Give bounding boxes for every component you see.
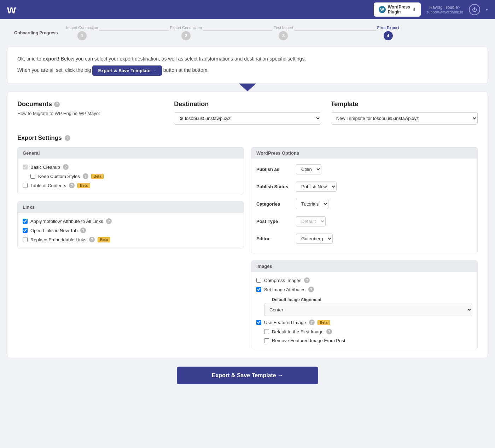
default-first-help-icon[interactable]: ? — [326, 329, 332, 334]
remove-featured-checkbox[interactable] — [264, 338, 269, 343]
image-alignment-select[interactable]: Center Left Right None — [264, 304, 472, 316]
template-select[interactable]: New Template for losobi.us5.instawp.xyz — [331, 112, 478, 125]
triangle-down-icon — [239, 84, 256, 91]
compress-images-help-icon[interactable]: ? — [304, 277, 310, 283]
set-attributes-row: Set Image Attributes ? — [256, 287, 472, 292]
image-alignment-label: Default Image Alignment — [272, 297, 472, 302]
open-new-tab-checkbox[interactable] — [23, 228, 28, 233]
image-alignment-container: Default Image Alignment Center Left Righ… — [264, 296, 472, 316]
set-attributes-label: Set Image Attributes — [264, 287, 305, 292]
links-header: Links — [18, 202, 244, 213]
featured-image-label: Use Featured Image — [264, 320, 306, 325]
keep-custom-styles-row: Keep Custom Styles ? Beta — [30, 173, 239, 179]
info-banner: Ok, time to export! Below you can select… — [7, 47, 488, 84]
step-2-circle: 2 — [181, 31, 191, 40]
template-section: Template New Template for losobi.us5.ins… — [331, 100, 478, 125]
documents-title: Documents ? — [17, 100, 164, 108]
step-line-3 — [295, 30, 376, 31]
images-header: Images — [251, 261, 477, 272]
compress-images-checkbox[interactable] — [256, 278, 261, 283]
nofollow-help-icon[interactable]: ? — [106, 218, 112, 224]
links-card: Links Apply 'nofollow' Attribute to All … — [17, 201, 244, 248]
basic-cleanup-help-icon[interactable]: ? — [63, 164, 69, 170]
table-of-contents-help-icon[interactable]: ? — [69, 183, 75, 188]
info-pre2: When you are all set, click the big — [17, 68, 92, 73]
table-of-contents-checkbox[interactable] — [23, 183, 28, 188]
export-save-inline-button[interactable]: Export & Save Template → — [92, 65, 162, 76]
export-save-template-button[interactable]: Export & Save Template → — [177, 367, 318, 384]
wordpress-options-card: WordPress Options Publish as Colin Publi… — [251, 147, 478, 253]
destination-select[interactable]: ⚙ losobi.us5.instawp.xyz — [174, 112, 321, 125]
chevron-down-icon[interactable]: ▾ — [486, 7, 488, 12]
replace-embeddable-checkbox[interactable] — [23, 237, 28, 242]
keep-custom-styles-beta: Beta — [91, 174, 104, 179]
compress-images-label: Compress Images — [264, 278, 301, 283]
categories-row: Categories Tutorials — [256, 199, 472, 209]
post-type-select[interactable]: Default — [296, 216, 326, 226]
default-first-label: Default to the First Image — [272, 329, 324, 334]
left-column: General Basic Cleanup ? Keep Custom Styl… — [17, 147, 244, 349]
step-1-label: Import Connection — [66, 25, 98, 30]
publish-as-select[interactable]: Colin — [296, 164, 321, 174]
export-settings-title: Export Settings ? — [17, 134, 478, 142]
power-button[interactable]: ⏻ — [469, 4, 480, 15]
template-title: Template — [331, 100, 478, 108]
keep-custom-styles-help-icon[interactable]: ? — [83, 173, 88, 179]
nofollow-checkbox[interactable] — [23, 219, 28, 224]
progress-step-4: First Export 4 — [377, 25, 481, 40]
default-first-row: Default to the First Image ? — [264, 329, 472, 334]
header-support: Having Trouble? support@wordable.io — [426, 5, 463, 14]
open-new-tab-row: Open Links in New Tab ? — [23, 228, 239, 233]
step-line-2 — [203, 30, 272, 31]
keep-custom-styles-checkbox[interactable] — [30, 174, 35, 179]
editor-row: Editor Gutenberg Classic — [256, 234, 472, 244]
compress-images-row: Compress Images ? — [256, 277, 472, 283]
app-logo: w· — [7, 3, 18, 16]
wp-plugin-button[interactable]: W WordPressPlugin ⬇ — [374, 2, 421, 17]
default-first-checkbox[interactable] — [264, 329, 269, 334]
onboarding-progress: Onboarding Progress Import Connection 1 … — [0, 19, 495, 47]
export-settings-help-icon[interactable]: ? — [65, 135, 70, 141]
basic-cleanup-checkbox[interactable] — [23, 165, 28, 170]
export-save-inline-label: Export & Save Template → — [98, 68, 156, 73]
links-body: Apply 'nofollow' Attribute to All Links … — [18, 213, 244, 248]
main-content: Ok, time to export! Below you can select… — [0, 47, 495, 400]
export-section: Documents ? How to Migrate to WP Engine … — [7, 92, 488, 358]
table-of-contents-beta: Beta — [77, 183, 90, 188]
open-new-tab-label: Open Links in New Tab — [30, 228, 77, 233]
editor-label: Editor — [256, 236, 292, 241]
document-name: How to Migrate to WP Engine WP Mayor — [17, 111, 164, 116]
logo-dot: · — [16, 7, 18, 12]
replace-embeddable-help-icon[interactable]: ? — [89, 237, 95, 242]
set-attributes-help-icon[interactable]: ? — [308, 287, 314, 292]
progress-step-3: First Import 3 — [274, 25, 377, 40]
open-new-tab-help-icon[interactable]: ? — [80, 228, 86, 233]
table-of-contents-label: Table of Contents — [30, 183, 66, 188]
editor-select[interactable]: Gutenberg Classic — [296, 234, 333, 244]
featured-image-row: Use Featured Image ? Beta — [256, 320, 472, 325]
destination-section: Destination ⚙ losobi.us5.instawp.xyz — [174, 100, 321, 125]
images-card: Images Compress Images ? Set Image Attri… — [251, 260, 478, 349]
set-attributes-checkbox[interactable] — [256, 287, 261, 292]
nofollow-row: Apply 'nofollow' Attribute to All Links … — [23, 218, 239, 224]
categories-label: Categories — [256, 201, 292, 207]
categories-select[interactable]: Tutorials — [296, 199, 328, 209]
support-email: support@wordable.io — [426, 10, 463, 14]
documents-help-icon[interactable]: ? — [54, 102, 60, 107]
app-header: w· W WordPressPlugin ⬇ Having Trouble? s… — [0, 0, 495, 19]
wordpress-options-header: WordPress Options — [251, 148, 477, 159]
remove-featured-label: Remove Featured Image From Post — [272, 338, 345, 343]
right-column: WordPress Options Publish as Colin Publi… — [251, 147, 478, 349]
featured-image-checkbox[interactable] — [256, 320, 261, 325]
dest-row: Documents ? How to Migrate to WP Engine … — [17, 100, 478, 125]
publish-as-label: Publish as — [256, 167, 292, 172]
publish-status-select[interactable]: Publish Now Draft — [296, 182, 337, 192]
documents-section: Documents ? How to Migrate to WP Engine … — [17, 100, 164, 116]
info-post2: button at the bottom. — [163, 68, 209, 73]
info-line-1: Ok, time to export! Below you can select… — [17, 55, 478, 63]
table-of-contents-row: Table of Contents ? Beta — [23, 183, 239, 188]
post-type-row: Post Type Default — [256, 216, 472, 226]
nofollow-label: Apply 'nofollow' Attribute to All Links — [30, 219, 103, 224]
featured-image-help-icon[interactable]: ? — [309, 320, 315, 325]
step-line-1 — [99, 30, 168, 31]
